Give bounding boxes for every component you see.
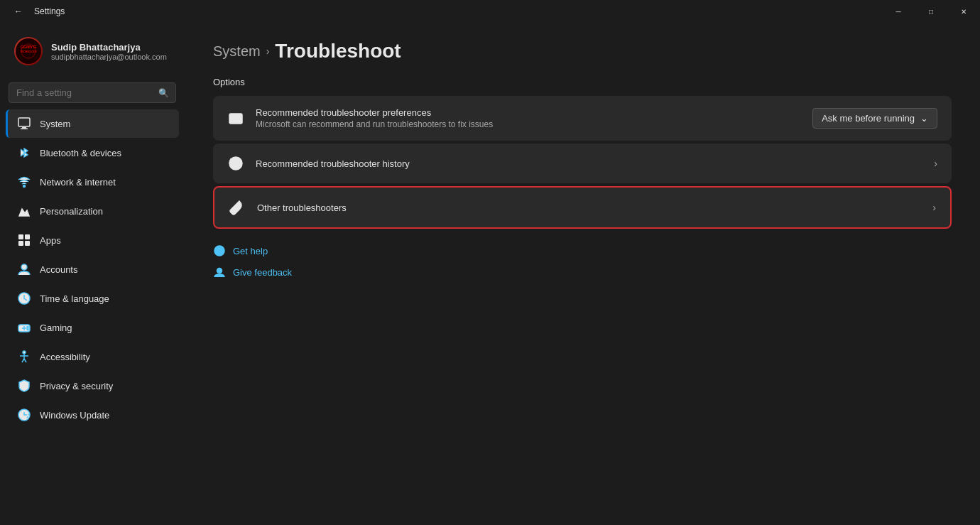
user-profile[interactable]: GIGABYTE TECHNOLOGY Sudip Bhattacharjya … [6,26,179,77]
preferences-text: Recommended troubleshooter preferences M… [256,107,801,129]
preferences-title: Recommended troubleshooter preferences [256,107,801,118]
other-troubleshooters-card[interactable]: Other troubleshooters › [213,186,952,229]
svg-point-17 [27,327,28,328]
search-wrapper: 🔍 [9,82,176,103]
back-button[interactable]: ← [9,1,28,21]
user-name: Sudip Bhattacharjya [51,42,167,53]
svg-point-18 [27,329,28,330]
gaming-icon [17,320,31,335]
sidebar-label-system: System [40,119,70,129]
svg-rect-25 [229,114,242,124]
svg-point-19 [23,351,26,354]
apps-icon [17,233,31,247]
give-feedback-link[interactable]: Give feedback [213,264,952,280]
svg-point-32 [217,269,222,274]
system-icon [17,117,31,131]
sidebar-item-windows-update[interactable]: Windows Update [6,401,179,429]
give-feedback-icon [213,266,226,278]
sidebar-item-system[interactable]: System [6,109,179,138]
sidebar-label-windows-update: Windows Update [40,410,109,421]
preferences-icon [227,110,244,127]
main-layout: GIGABYTE TECHNOLOGY Sudip Bhattacharjya … [0,23,980,525]
svg-line-23 [24,359,26,362]
svg-point-31 [219,252,220,254]
svg-rect-5 [22,127,26,129]
window-controls: ─ □ ✕ [882,0,980,23]
svg-rect-8 [18,234,23,239]
svg-text:TECHNOLOGY: TECHNOLOGY [20,50,37,53]
preferences-subtitle: Microsoft can recommend and run troubles… [256,119,801,129]
sidebar-label-gaming: Gaming [40,323,72,333]
sidebar-item-apps[interactable]: Apps [6,226,179,254]
breadcrumb: System › Troubleshoot [213,40,952,63]
sidebar: GIGABYTE TECHNOLOGY Sudip Bhattacharjya … [0,23,185,525]
svg-line-22 [22,359,24,362]
windows-update-icon [17,408,31,422]
sidebar-label-bluetooth: Bluetooth & devices [40,148,121,158]
close-button[interactable]: ✕ [947,0,980,23]
sidebar-label-network: Network & internet [40,177,116,188]
accounts-icon [17,262,31,276]
sidebar-item-personalization[interactable]: Personalization [6,197,179,225]
breadcrumb-chevron-icon: › [266,45,270,57]
nav-list: System Bluetooth & devices Network & int… [0,109,185,430]
bluetooth-icon [17,146,31,160]
other-title: Other troubleshooters [257,202,921,213]
other-chevron-icon: › [932,202,936,213]
maximize-button[interactable]: □ [915,0,947,23]
sidebar-item-accounts[interactable]: Accounts [6,255,179,283]
other-troubleshooters-icon [229,199,246,216]
sidebar-item-gaming[interactable]: Gaming [6,313,179,342]
svg-rect-11 [25,241,30,246]
minimize-button[interactable]: ─ [882,0,915,23]
history-card[interactable]: Recommended troubleshooter history › [213,144,952,183]
history-icon [227,155,244,172]
dropdown-chevron-icon: ⌄ [920,113,928,124]
sidebar-item-privacy[interactable]: Privacy & security [6,372,179,400]
avatar: GIGABYTE TECHNOLOGY [14,37,43,65]
svg-point-29 [232,210,234,213]
search-container: 🔍 [0,80,185,109]
get-help-icon [213,244,226,257]
sidebar-label-privacy: Privacy & security [40,381,113,391]
preferences-card[interactable]: Recommended troubleshooter preferences M… [213,96,952,141]
other-text: Other troubleshooters [257,202,921,213]
titlebar-title: Settings [34,6,65,16]
sidebar-label-personalization: Personalization [40,206,103,217]
sidebar-label-accessibility: Accessibility [40,352,90,362]
sidebar-item-bluetooth[interactable]: Bluetooth & devices [6,139,179,167]
personalization-icon [17,204,31,218]
history-chevron-icon: › [934,158,937,169]
svg-rect-4 [18,118,30,126]
get-help-label: Get help [233,246,268,256]
history-title: Recommended troubleshooter history [256,158,922,169]
network-icon [17,175,31,189]
user-info: Sudip Bhattacharjya sudipbhattacharjya@o… [51,42,167,61]
breadcrumb-parent[interactable]: System [213,43,261,60]
svg-point-7 [23,185,26,188]
preferences-dropdown[interactable]: Ask me before running ⌄ [812,108,937,129]
sidebar-item-network[interactable]: Network & internet [6,168,179,196]
get-help-link[interactable]: Get help [213,243,952,259]
svg-rect-10 [18,241,23,246]
breadcrumb-current: Troubleshoot [275,40,401,63]
section-label: Options [213,77,952,87]
sidebar-label-apps: Apps [40,235,61,246]
svg-rect-9 [25,234,30,239]
search-input[interactable] [9,82,176,103]
privacy-icon [17,379,31,393]
history-text: Recommended troubleshooter history [256,158,922,169]
svg-rect-6 [21,129,28,130]
help-section: Get help Give feedback [213,243,952,280]
content-area: System › Troubleshoot Options Recommende… [185,23,980,525]
time-icon [17,291,31,305]
svg-point-12 [21,264,27,270]
sidebar-item-accessibility[interactable]: Accessibility [6,342,179,371]
sidebar-label-time: Time & language [40,293,109,304]
give-feedback-label: Give feedback [233,267,292,278]
sidebar-label-accounts: Accounts [40,264,77,275]
user-email: sudipbhattacharjya@outlook.com [51,53,167,61]
titlebar: ← Settings ─ □ ✕ [0,0,980,23]
sidebar-item-time[interactable]: Time & language [6,284,179,313]
svg-text:GIGABYTE: GIGABYTE [21,45,37,49]
